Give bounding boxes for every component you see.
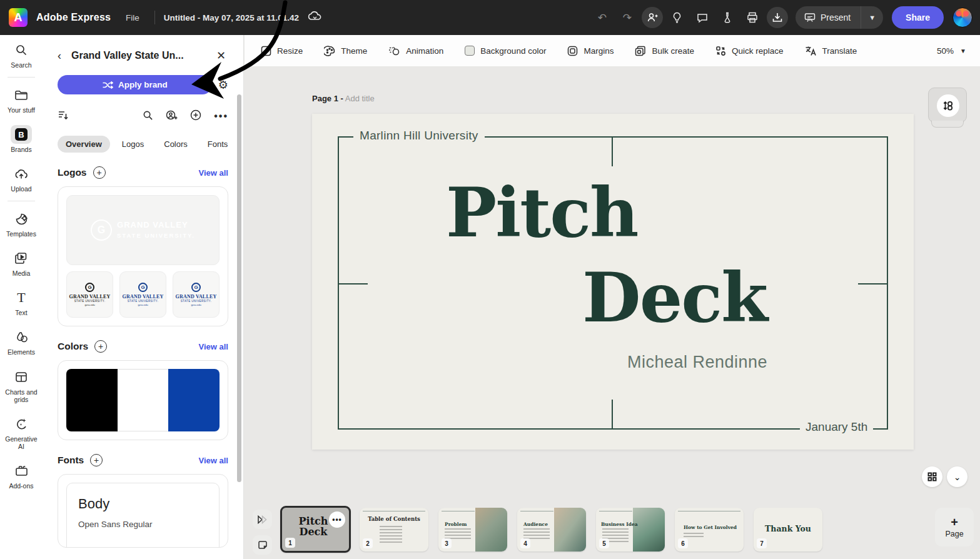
user-avatar[interactable] <box>952 8 972 28</box>
logo-thumbnail-white[interactable]: G GRAND VALLEYSTATE UNIVERSITY. <box>66 195 220 265</box>
font-item-body[interactable]: Body Open Sans Regular <box>66 483 220 548</box>
page-title-row[interactable]: Page 1 - Add title <box>312 94 375 103</box>
present-dropdown-caret[interactable]: ▼ <box>861 6 883 29</box>
page-thumbnail-6[interactable]: How to Get Involved 6 <box>675 508 744 551</box>
tab-fonts[interactable]: Fonts <box>200 136 236 153</box>
reorder-pages-icon <box>937 94 959 117</box>
slide-title-line2[interactable]: Deck <box>582 264 767 331</box>
sidebar-item-brands[interactable]: B Brands <box>0 119 43 159</box>
page-scroll-widget[interactable] <box>928 88 967 123</box>
page-number-badge: 2 <box>363 538 373 548</box>
translate-icon <box>805 46 817 56</box>
brand-settings-gear-icon[interactable]: ⚙ <box>218 78 228 92</box>
redo-button[interactable]: ↷ <box>617 7 638 28</box>
sidebar-item-add-ons[interactable]: Add-ons <box>0 456 43 495</box>
grid-view-button[interactable] <box>922 466 942 487</box>
sidebar-item-elements[interactable]: Elements <box>0 322 43 361</box>
invite-member-icon[interactable] <box>159 108 184 126</box>
zoom-control[interactable]: 50% ▼ <box>937 46 966 56</box>
color-swatch-white[interactable] <box>118 369 169 431</box>
page-thumbnail-2[interactable]: Table of Contents 2 <box>360 508 428 551</box>
color-swatch-blue[interactable] <box>168 369 220 431</box>
sidebar-item-your-stuff[interactable]: Your stuff <box>0 80 43 119</box>
slide-page-1[interactable]: Marlinn Hill University Pitch Deck Miche… <box>312 114 914 450</box>
bulk-create-button[interactable]: Bulk create <box>635 46 694 56</box>
sidebar-item-search[interactable]: Search <box>0 35 43 74</box>
quick-replace-button[interactable]: Quick replace <box>715 46 784 56</box>
add-logo-icon[interactable]: + <box>93 166 106 179</box>
more-options-icon[interactable]: ••• <box>208 108 228 124</box>
autoplay-preview-button[interactable] <box>253 510 272 529</box>
font-role-label: Body <box>78 496 208 512</box>
search-brand-icon[interactable] <box>136 108 159 126</box>
logos-section-title: Logos <box>58 167 87 178</box>
sidebar-item-generative-ai[interactable]: Generative AI <box>0 409 43 456</box>
slide-date-text[interactable]: January 5th <box>800 420 873 434</box>
page-thumbnail-4[interactable]: Audience 4 <box>517 508 586 551</box>
share-button[interactable]: Share <box>892 6 944 29</box>
print-button[interactable] <box>742 7 763 28</box>
shuffle-icon <box>102 81 113 89</box>
background-color-button[interactable]: Background color <box>465 46 546 56</box>
sort-icon[interactable] <box>58 108 75 125</box>
speaker-notes-button[interactable] <box>253 535 272 555</box>
add-page-label: Page <box>945 530 963 538</box>
comments-button[interactable] <box>692 7 713 28</box>
present-button[interactable]: Present <box>796 6 861 29</box>
sidebar-item-text[interactable]: T Text <box>0 283 43 322</box>
color-swatch-black[interactable] <box>66 369 118 431</box>
slide-author-text[interactable]: Micheal Rendinne <box>627 353 767 372</box>
panel-scrollbar[interactable] <box>237 94 241 482</box>
translate-button[interactable]: Translate <box>805 46 857 56</box>
sidebar-item-templates[interactable]: Templates <box>0 204 43 243</box>
back-chevron-icon[interactable]: ‹ <box>58 48 66 64</box>
page-thumbnail-5[interactable]: Business Idea 5 <box>596 508 665 551</box>
tab-overview[interactable]: Overview <box>58 136 110 153</box>
slide-title-line1[interactable]: Pitch <box>446 179 637 246</box>
slide-org-text[interactable]: Marlinn Hill University <box>353 129 485 143</box>
fonts-card: Body Open Sans Regular <box>58 474 228 548</box>
apply-brand-button[interactable]: Apply brand <box>58 75 212 94</box>
adobe-express-logo-icon[interactable]: A <box>9 8 28 27</box>
animation-button[interactable]: Animation <box>388 46 443 56</box>
upload-cloud-icon <box>11 164 32 183</box>
logo-thumbnail-black[interactable]: G GRAND VALLEY STATE UNIVERSITY. gvsu.ed… <box>66 271 113 318</box>
add-color-icon[interactable]: + <box>94 340 107 353</box>
colors-view-all-link[interactable]: View all <box>199 342 228 351</box>
animation-icon <box>388 46 400 56</box>
gvsu-mark-icon: G <box>191 283 201 292</box>
sidebar-item-media[interactable]: Media <box>0 243 43 283</box>
thumbnail-more-options-button[interactable]: ••• <box>329 511 345 528</box>
logo-thumbnail-blue-alt[interactable]: G GRAND VALLEY STATE UNIVERSITY. gvsu.ed… <box>173 271 220 318</box>
add-asset-icon[interactable] <box>184 107 208 126</box>
charts-grids-icon <box>11 368 32 386</box>
ideas-lightbulb-button[interactable] <box>667 7 688 28</box>
sidebar-item-charts-and-grids[interactable]: Charts and grids <box>0 362 43 409</box>
sidebar-item-upload[interactable]: Upload <box>0 159 43 198</box>
beta-labs-button[interactable] <box>717 7 738 28</box>
close-panel-icon[interactable]: ✕ <box>214 48 228 64</box>
fonts-view-all-link[interactable]: View all <box>199 456 228 465</box>
logos-view-all-link[interactable]: View all <box>199 168 228 178</box>
thumb-title: How to Get Involved <box>684 525 737 530</box>
margins-button[interactable]: Margins <box>567 46 614 56</box>
download-button[interactable] <box>767 7 788 28</box>
resize-button[interactable]: Resize <box>261 46 303 56</box>
logo-thumbnail-blue[interactable]: G GRAND VALLEY STATE UNIVERSITY. gvsu.ed… <box>119 271 166 318</box>
cloud-sync-icon[interactable] <box>308 11 321 24</box>
add-collaborator-button[interactable] <box>642 7 663 28</box>
tab-logos[interactable]: Logos <box>114 136 152 153</box>
page-number-badge: 6 <box>678 538 688 548</box>
document-title[interactable]: Untitled - May 07, 2025 at 11.01.42 <box>164 13 299 23</box>
page-thumbnail-3[interactable]: Problem 3 <box>438 508 507 551</box>
page-title-placeholder[interactable]: Add title <box>345 94 375 103</box>
collapse-filmstrip-button[interactable]: ⌄ <box>947 466 967 487</box>
page-thumbnail-7[interactable]: Thank You 7 <box>754 508 822 551</box>
add-page-button[interactable]: + Page <box>935 508 974 546</box>
tab-colors[interactable]: Colors <box>156 136 196 153</box>
page-thumbnail-1[interactable]: Pitch Deck ••• 1 <box>280 506 351 553</box>
file-menu[interactable]: File <box>119 9 146 26</box>
undo-button[interactable]: ↶ <box>592 7 613 28</box>
theme-button[interactable]: Theme <box>324 46 367 56</box>
add-font-icon[interactable]: + <box>90 454 103 466</box>
